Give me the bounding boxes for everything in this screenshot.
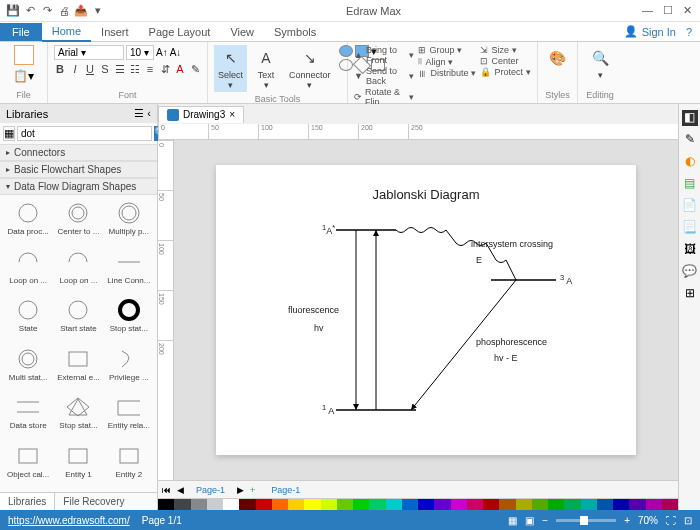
libraries-menu-icon[interactable]: ☰ ‹ xyxy=(134,107,151,120)
search-input[interactable] xyxy=(17,126,152,141)
tab-page-layout[interactable]: Page Layout xyxy=(139,23,221,41)
color-swatch[interactable] xyxy=(288,499,304,510)
color-swatch[interactable] xyxy=(629,499,645,510)
shape-item[interactable]: Multiply p... xyxy=(105,199,153,246)
font-name-select[interactable]: Arial ▾ xyxy=(54,45,124,60)
view-mode2-icon[interactable]: ▣ xyxy=(525,515,534,526)
shape-item[interactable]: Line Conn... xyxy=(105,248,153,295)
color-swatch[interactable] xyxy=(532,499,548,510)
status-url[interactable]: https://www.edrawsoft.com/ xyxy=(8,515,130,526)
shape-item[interactable]: Entity 1 xyxy=(54,442,102,489)
color-swatch[interactable] xyxy=(158,499,174,510)
shape-item[interactable]: Entity rela... xyxy=(105,393,153,440)
color-swatch[interactable] xyxy=(207,499,223,510)
color-swatch[interactable] xyxy=(418,499,434,510)
color-swatch[interactable] xyxy=(564,499,580,510)
shape-item[interactable]: Stop stat... xyxy=(105,296,153,343)
tab-insert[interactable]: Insert xyxy=(91,23,139,41)
image-panel-icon[interactable]: 🖼 xyxy=(682,242,698,258)
connector-tool[interactable]: ↘Connector▾ xyxy=(285,45,335,92)
color-swatch[interactable] xyxy=(548,499,564,510)
page-nav-first-icon[interactable]: ⏮ xyxy=(162,485,171,495)
editing-button[interactable]: 🔍▾ xyxy=(584,45,616,82)
color-palette[interactable] xyxy=(158,498,678,510)
color-swatch[interactable] xyxy=(353,499,369,510)
color-swatch[interactable] xyxy=(597,499,613,510)
color-swatch[interactable] xyxy=(272,499,288,510)
zoom-in-icon[interactable]: + xyxy=(624,515,630,526)
strike-button[interactable]: S xyxy=(99,63,111,76)
redo-icon[interactable]: ↷ xyxy=(40,4,54,18)
color-swatch[interactable] xyxy=(174,499,190,510)
tab-home[interactable]: Home xyxy=(42,22,91,42)
comment-panel-icon[interactable]: 💬 xyxy=(682,264,698,280)
tab-symbols[interactable]: Symbols xyxy=(264,23,326,41)
close-icon[interactable]: ✕ xyxy=(683,4,692,17)
fill-panel-icon[interactable]: ◧ xyxy=(682,110,698,126)
color-swatch[interactable] xyxy=(483,499,499,510)
theme-panel-icon[interactable]: ◐ xyxy=(682,154,698,170)
size-button[interactable]: ⇲ Size▾ xyxy=(480,45,531,55)
color-swatch[interactable] xyxy=(337,499,353,510)
color-swatch[interactable] xyxy=(223,499,239,510)
protect-button[interactable]: 🔒 Protect▾ xyxy=(480,67,531,77)
shape-item[interactable]: Loop on ... xyxy=(4,248,52,295)
shape-item[interactable]: Privilege ... xyxy=(105,345,153,392)
page[interactable]: Jablonski Diagram 1A* 3 A 1 A inte xyxy=(216,165,636,455)
category-flowchart[interactable]: ▸Basic Flowchart Shapes xyxy=(0,161,157,178)
numbering-icon[interactable]: ☷ xyxy=(129,63,141,76)
shape-item[interactable]: Data proc... xyxy=(4,199,52,246)
shape-item[interactable]: State xyxy=(4,296,52,343)
center-button[interactable]: ⊡ Center xyxy=(480,56,531,66)
file-recovery-tab[interactable]: File Recovery xyxy=(55,493,132,510)
group-button[interactable]: ⊞ Group▾ xyxy=(418,45,476,55)
color-swatch[interactable] xyxy=(369,499,385,510)
shape-item[interactable]: Loop on ... xyxy=(54,248,102,295)
shape-item[interactable]: Start state xyxy=(54,296,102,343)
qat-dropdown-icon[interactable]: ▾ xyxy=(91,4,105,18)
color-swatch[interactable] xyxy=(646,499,662,510)
color-swatch[interactable] xyxy=(516,499,532,510)
shape-item[interactable]: Multi stat... xyxy=(4,345,52,392)
underline-button[interactable]: U xyxy=(84,63,96,76)
page-panel-icon[interactable]: 📃 xyxy=(682,220,698,236)
text-panel-icon[interactable]: 📄 xyxy=(682,198,698,214)
undo-icon[interactable]: ↶ xyxy=(23,4,37,18)
color-swatch[interactable] xyxy=(256,499,272,510)
color-swatch[interactable] xyxy=(191,499,207,510)
color-swatch[interactable] xyxy=(386,499,402,510)
color-swatch[interactable] xyxy=(613,499,629,510)
clipboard-small-icon[interactable]: 📋▾ xyxy=(13,69,34,83)
align-button[interactable]: ⫴ Align▾ xyxy=(418,56,476,67)
styles-button[interactable]: 🎨 xyxy=(544,45,571,72)
zoom-out-icon[interactable]: − xyxy=(542,515,548,526)
close-tab-icon[interactable]: × xyxy=(229,109,235,120)
shape-item[interactable]: Entity 2 xyxy=(105,442,153,489)
font-size-select[interactable]: 10 ▾ xyxy=(126,45,154,60)
layers-panel-icon[interactable]: ▤ xyxy=(682,176,698,192)
shape-item[interactable]: Stop stat... xyxy=(54,393,102,440)
spacing-icon[interactable]: ⇵ xyxy=(159,63,171,76)
color-swatch[interactable] xyxy=(434,499,450,510)
bold-button[interactable]: B xyxy=(54,63,66,76)
color-swatch[interactable] xyxy=(467,499,483,510)
distribute-button[interactable]: ⫼ Distribute▾ xyxy=(418,68,476,78)
page-nav-prev-icon[interactable]: ◀ xyxy=(177,485,184,495)
maximize-icon[interactable]: ☐ xyxy=(663,4,673,17)
minimize-icon[interactable]: — xyxy=(642,4,653,17)
color-swatch[interactable] xyxy=(304,499,320,510)
italic-button[interactable]: I xyxy=(69,63,81,76)
page-tab[interactable]: Page-1 xyxy=(190,484,231,496)
zoom-slider[interactable] xyxy=(556,519,616,522)
line-panel-icon[interactable]: ✎ xyxy=(682,132,698,148)
libraries-tab[interactable]: Libraries xyxy=(0,493,55,510)
shape-item[interactable]: External e... xyxy=(54,345,102,392)
color-swatch[interactable] xyxy=(239,499,255,510)
canvas[interactable]: Jablonski Diagram 1A* 3 A 1 A inte xyxy=(174,140,678,480)
document-tab[interactable]: Drawing3 × xyxy=(158,106,244,123)
print-icon[interactable]: 🖨 xyxy=(57,4,71,18)
color-swatch[interactable] xyxy=(499,499,515,510)
font-grow-icon[interactable]: A↑ xyxy=(156,47,168,58)
color-swatch[interactable] xyxy=(321,499,337,510)
bullets-icon[interactable]: ☰ xyxy=(114,63,126,76)
